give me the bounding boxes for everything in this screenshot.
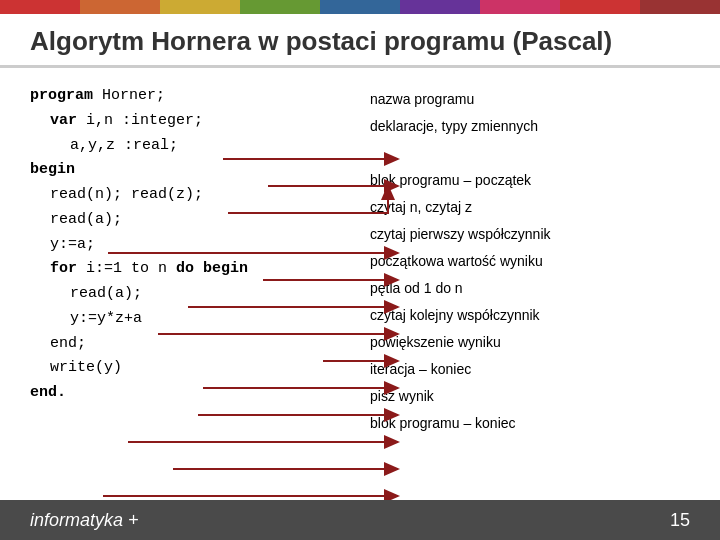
main-content: program Horner;var i,n :integer;a,y,z :r…: [0, 84, 720, 437]
code-line: write(y): [30, 356, 350, 381]
slide: Algorytm Hornera w postaci programu (Pas…: [0, 0, 720, 540]
code-line: begin: [30, 158, 350, 183]
code-line: end.: [30, 381, 350, 406]
code-line: read(a);: [30, 208, 350, 233]
code-line: a,y,z :real;: [30, 134, 350, 159]
title-area: Algorytm Hornera w postaci programu (Pas…: [0, 14, 720, 68]
desc-line: czytaj n, czytaj z: [370, 194, 690, 221]
desc-section: nazwa programudeklaracje, typy zmiennych…: [370, 84, 690, 437]
code-block: program Horner;var i,n :integer;a,y,z :r…: [30, 84, 350, 406]
desc-line: powiększenie wyniku: [370, 329, 690, 356]
slide-title: Algorytm Hornera w postaci programu (Pas…: [30, 26, 690, 57]
code-line: read(a);: [30, 282, 350, 307]
code-line: for i:=1 to n do begin: [30, 257, 350, 282]
code-line: y:=a;: [30, 233, 350, 258]
desc-line: nazwa programu: [370, 86, 690, 113]
desc-line: deklaracje, typy zmiennych: [370, 113, 690, 140]
code-line: read(n); read(z);: [30, 183, 350, 208]
desc-line: [370, 140, 690, 167]
desc-line: początkowa wartość wyniku: [370, 248, 690, 275]
desc-line: czytaj kolejny współczynnik: [370, 302, 690, 329]
footer-left: informatyka +: [30, 510, 139, 531]
top-bar: [0, 0, 720, 14]
code-line: end;: [30, 332, 350, 357]
footer-right: 15: [670, 510, 690, 531]
desc-line: blok programu – początek: [370, 167, 690, 194]
code-line: y:=y*z+a: [30, 307, 350, 332]
code-line: program Horner;: [30, 84, 350, 109]
code-line: var i,n :integer;: [30, 109, 350, 134]
code-section: program Horner;var i,n :integer;a,y,z :r…: [30, 84, 350, 437]
desc-line: pisz wynik: [370, 383, 690, 410]
desc-line: iteracja – koniec: [370, 356, 690, 383]
desc-line: pętla od 1 do n: [370, 275, 690, 302]
footer: informatyka + 15: [0, 500, 720, 540]
desc-line: blok programu – koniec: [370, 410, 690, 437]
desc-line: czytaj pierwszy współczynnik: [370, 221, 690, 248]
